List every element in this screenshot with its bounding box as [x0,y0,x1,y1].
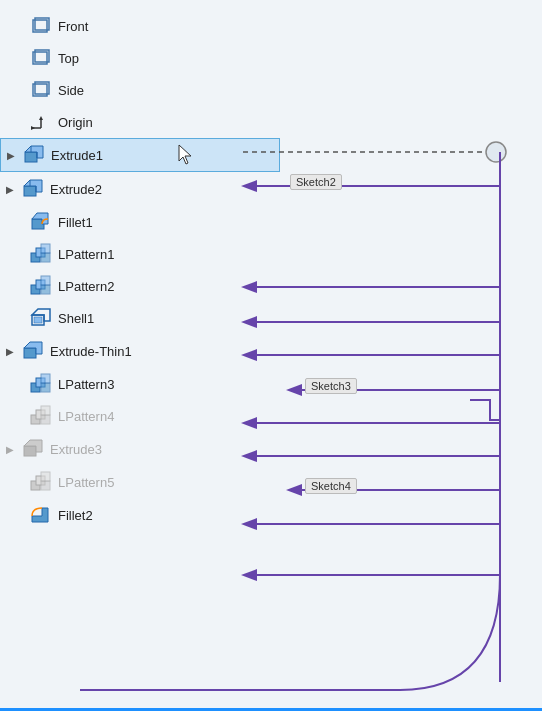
extrude-icon-2 [22,178,44,200]
fillet-icon-1 [30,211,52,233]
svg-rect-12 [24,186,36,196]
svg-rect-33 [41,383,50,392]
tree-item-extrude1[interactable]: ▶ Extrude1 [0,138,280,172]
tree-item-extrude1-label: Extrude1 [51,148,103,163]
svg-rect-39 [24,446,36,456]
svg-rect-8 [25,152,37,162]
tree-item-shell1[interactable]: Shell1 [0,302,280,334]
svg-rect-21 [41,244,50,253]
tree-item-lpattern2[interactable]: LPattern2 [0,270,280,302]
tree-item-extrudethin1-label: Extrude-Thin1 [50,344,132,359]
origin-icon [30,111,52,133]
fillet-icon-2 [30,504,52,526]
tree-list: Front Top Side [0,0,280,532]
shell-icon [30,307,52,329]
svg-rect-24 [41,285,50,294]
tree-item-side-label: Side [58,83,84,98]
expand-arrow-extrude1[interactable]: ▶ [7,150,15,161]
tree-item-lpattern2-label: LPattern2 [58,279,114,294]
expand-arrow-extrude3[interactable]: ▶ [6,444,14,455]
tree-item-fillet2[interactable]: Fillet2 [0,498,280,532]
tree-item-lpattern4-label: LPattern4 [58,409,114,424]
extrude-icon-3 [22,438,44,460]
svg-rect-44 [41,472,50,481]
svg-rect-43 [41,481,50,490]
lpattern-icon-1 [30,243,52,265]
tree-item-lpattern3[interactable]: LPattern3 [0,368,280,400]
feature-tree: Front Top Side [0,0,542,711]
tree-item-origin-label: Origin [58,115,93,130]
lpattern-icon-4 [30,405,52,427]
svg-rect-37 [41,415,50,424]
expand-arrow-extrude2[interactable]: ▶ [6,184,14,195]
tree-item-extrude3[interactable]: ▶ Extrude3 [0,432,280,466]
sketch2-badge: Sketch2 [290,174,342,190]
tree-item-fillet1-label: Fillet1 [58,215,93,230]
tree-item-shell1-label: Shell1 [58,311,94,326]
tree-item-lpattern5[interactable]: LPattern5 [0,466,280,498]
tree-item-top[interactable]: Top [0,42,280,74]
tree-item-lpattern1-label: LPattern1 [58,247,114,262]
tree-item-top-label: Top [58,51,79,66]
svg-rect-34 [41,374,50,383]
expand-arrow-extrudethin1[interactable]: ▶ [6,346,14,357]
tree-item-front[interactable]: Front [0,10,280,42]
tree-item-extrude2[interactable]: ▶ Extrude2 [0,172,280,206]
tree-item-lpattern1[interactable]: LPattern1 [0,238,280,270]
sketch4-badge: Sketch4 [305,478,357,494]
svg-point-47 [486,142,506,162]
svg-rect-25 [41,276,50,285]
plane-icon-top [30,47,52,69]
tree-item-fillet1[interactable]: Fillet1 [0,206,280,238]
tree-item-extrude2-label: Extrude2 [50,182,102,197]
sketch3-badge: Sketch3 [305,378,357,394]
svg-rect-20 [41,253,50,262]
tree-item-origin[interactable]: Origin [0,106,280,138]
lpattern-icon-3 [30,373,52,395]
tree-item-lpattern5-label: LPattern5 [58,475,114,490]
tree-item-front-label: Front [58,19,88,34]
tree-item-lpattern3-label: LPattern3 [58,377,114,392]
plane-icon-side [30,79,52,101]
tree-item-extrude3-label: Extrude3 [50,442,102,457]
svg-rect-29 [24,348,36,358]
extrude-thin-icon [22,340,44,362]
extrude-icon-1 [23,144,45,166]
tree-item-lpattern4[interactable]: LPattern4 [0,400,280,432]
lpattern-icon-2 [30,275,52,297]
svg-rect-38 [41,406,50,415]
plane-icon [30,15,52,37]
tree-item-extrude-thin1[interactable]: ▶ Extrude-Thin1 [0,334,280,368]
svg-rect-28 [34,317,42,323]
lpattern-icon-5 [30,471,52,493]
tree-item-fillet2-label: Fillet2 [58,508,93,523]
tree-item-side[interactable]: Side [0,74,280,106]
